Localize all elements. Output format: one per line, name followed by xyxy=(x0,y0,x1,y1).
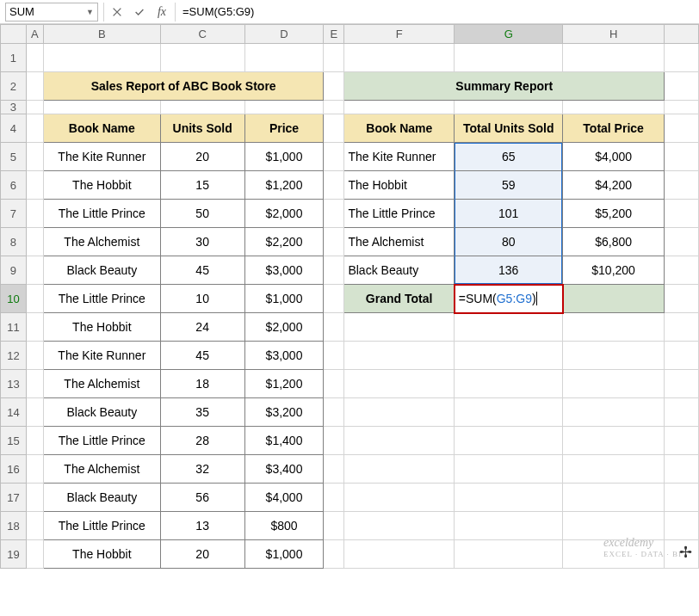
row-header-9[interactable]: 9 xyxy=(1,256,27,285)
cell[interactable]: $1,000 xyxy=(244,143,324,171)
row-header-17[interactable]: 17 xyxy=(1,484,27,512)
row-header-3[interactable]: 3 xyxy=(1,101,27,114)
row-header-16[interactable]: 16 xyxy=(1,455,27,484)
row-header-5[interactable]: 5 xyxy=(1,143,27,171)
enter-button[interactable] xyxy=(128,3,151,22)
cell[interactable]: Book Name xyxy=(43,114,160,143)
cell[interactable]: The Hobbit xyxy=(43,313,160,342)
cell[interactable]: $1,000 xyxy=(244,285,324,313)
cell[interactable]: The Alchemist xyxy=(43,455,160,484)
cell[interactable]: $4,000 xyxy=(244,484,324,512)
cell[interactable]: 24 xyxy=(160,313,244,342)
cell[interactable]: The Kite Runner xyxy=(43,342,160,370)
row-header-6[interactable]: 6 xyxy=(1,171,27,200)
cell[interactable]: The Little Prince xyxy=(43,200,160,228)
cell[interactable]: 45 xyxy=(160,256,244,285)
row-header-12[interactable]: 12 xyxy=(1,342,27,370)
cell[interactable]: 18 xyxy=(160,370,244,398)
row-header-14[interactable]: 14 xyxy=(1,398,27,427)
cell[interactable] xyxy=(563,285,665,313)
cell[interactable]: 20 xyxy=(160,143,244,171)
cell[interactable]: 56 xyxy=(160,484,244,512)
cell[interactable]: $1,200 xyxy=(244,171,324,200)
row-header-4[interactable]: 4 xyxy=(1,114,27,143)
cell[interactable]: 50 xyxy=(160,200,244,228)
cell[interactable]: 35 xyxy=(160,398,244,427)
row-header-1[interactable]: 1 xyxy=(1,44,27,72)
row-header-7[interactable]: 7 xyxy=(1,200,27,228)
cell[interactable]: 13 xyxy=(160,512,244,540)
cell[interactable]: 15 xyxy=(160,171,244,200)
cell[interactable]: 136 xyxy=(455,256,563,285)
col-header-ext[interactable] xyxy=(665,25,699,44)
cell[interactable]: The Little Prince xyxy=(43,512,160,540)
cell[interactable]: 20 xyxy=(160,540,244,569)
row-header-18[interactable]: 18 xyxy=(1,512,27,540)
cell[interactable]: 32 xyxy=(160,455,244,484)
cell[interactable]: $4,200 xyxy=(563,171,665,200)
row-header-19[interactable]: 19 xyxy=(1,540,27,569)
cell[interactable]: 10 xyxy=(160,285,244,313)
cell[interactable]: The Kite Runner xyxy=(43,143,160,171)
dropdown-icon[interactable]: ▼ xyxy=(86,8,94,16)
row-header-15[interactable]: 15 xyxy=(1,427,27,455)
cell[interactable]: $6,800 xyxy=(563,228,665,256)
cell[interactable]: The Little Prince xyxy=(43,285,160,313)
cell[interactable]: The Alchemist xyxy=(344,228,455,256)
select-all-corner[interactable] xyxy=(1,25,27,44)
cell[interactable]: Total Price xyxy=(563,114,665,143)
col-header-F[interactable]: F xyxy=(344,25,455,44)
cell[interactable]: 101 xyxy=(455,200,563,228)
cell[interactable]: 45 xyxy=(160,342,244,370)
cell[interactable]: The Little Prince xyxy=(344,200,455,228)
right-title[interactable]: Summary Report xyxy=(344,72,665,101)
col-header-D[interactable]: D xyxy=(244,25,324,44)
cell[interactable]: $2,000 xyxy=(244,200,324,228)
cell[interactable]: $3,000 xyxy=(244,256,324,285)
cell[interactable]: The Little Prince xyxy=(43,427,160,455)
cell[interactable]: Black Beauty xyxy=(43,484,160,512)
row-header-10[interactable]: 10 xyxy=(1,285,27,313)
col-header-B[interactable]: B xyxy=(43,25,160,44)
cell[interactable]: Units Sold xyxy=(160,114,244,143)
row-header-11[interactable]: 11 xyxy=(1,313,27,342)
fx-button[interactable]: fx xyxy=(151,3,173,22)
col-header-G[interactable]: G xyxy=(455,25,563,44)
cell[interactable]: $800 xyxy=(244,512,324,540)
row-header-2[interactable]: 2 xyxy=(1,72,27,101)
cell[interactable]: $3,000 xyxy=(244,342,324,370)
cell[interactable]: The Hobbit xyxy=(344,171,455,200)
cell[interactable]: The Hobbit xyxy=(43,540,160,569)
cell[interactable]: 80 xyxy=(455,228,563,256)
editing-cell[interactable]: =SUM(G5:G9) xyxy=(455,285,563,313)
cell[interactable]: Black Beauty xyxy=(344,256,455,285)
cancel-button[interactable] xyxy=(106,3,128,22)
row-header-8[interactable]: 8 xyxy=(1,228,27,256)
spreadsheet-grid[interactable]: A B C D E F G H 1 2 Sales Report of ABC … xyxy=(0,24,699,569)
cell[interactable]: Black Beauty xyxy=(43,398,160,427)
cell[interactable]: 30 xyxy=(160,228,244,256)
cell[interactable]: $1,200 xyxy=(244,370,324,398)
cell[interactable]: Total Units Sold xyxy=(455,114,563,143)
formula-input[interactable]: =SUM(G5:G9) xyxy=(177,5,699,18)
cell[interactable]: The Alchemist xyxy=(43,370,160,398)
cell[interactable]: 28 xyxy=(160,427,244,455)
cell[interactable]: $1,400 xyxy=(244,427,324,455)
cell[interactable]: $3,200 xyxy=(244,398,324,427)
cell[interactable]: 59 xyxy=(455,171,563,200)
row-header-13[interactable]: 13 xyxy=(1,370,27,398)
left-title[interactable]: Sales Report of ABC Book Store xyxy=(43,72,324,101)
name-box[interactable]: SUM ▼ xyxy=(5,3,98,22)
cell[interactable]: $2,200 xyxy=(244,228,324,256)
cell[interactable]: $3,400 xyxy=(244,455,324,484)
cell[interactable]: The Kite Runner xyxy=(344,143,455,171)
grand-total-label[interactable]: Grand Total xyxy=(344,285,455,313)
cell[interactable]: Book Name xyxy=(344,114,455,143)
col-header-C[interactable]: C xyxy=(160,25,244,44)
col-header-H[interactable]: H xyxy=(563,25,665,44)
cell[interactable]: 65 xyxy=(455,143,563,171)
cell[interactable]: Black Beauty xyxy=(43,256,160,285)
col-header-E[interactable]: E xyxy=(324,25,344,44)
cell[interactable]: $4,000 xyxy=(563,143,665,171)
cell[interactable]: $10,200 xyxy=(563,256,665,285)
